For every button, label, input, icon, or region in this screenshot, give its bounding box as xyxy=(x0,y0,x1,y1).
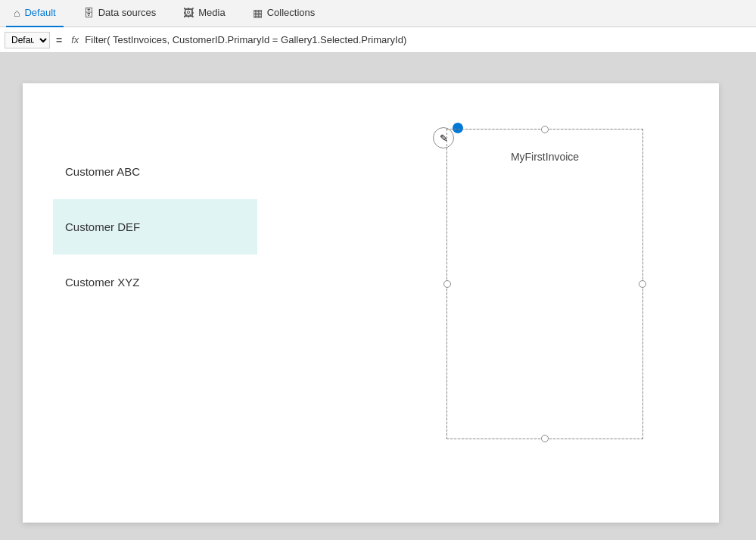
image-icon: 🖼 xyxy=(183,7,194,19)
customer-item-abc[interactable]: Customer ABC xyxy=(53,144,257,199)
edit-icon[interactable]: ✎ xyxy=(433,127,454,148)
app-canvas: Customer ABC Customer DEF Customer XYZ ✎… xyxy=(23,83,719,523)
home-icon: ⌂ xyxy=(14,7,20,19)
canvas-area: Customer ABC Customer DEF Customer XYZ ✎… xyxy=(0,53,756,540)
customer-def-label: Customer DEF xyxy=(65,220,140,233)
tab-media[interactable]: 🖼 Media xyxy=(176,0,232,27)
formula-bar: Default = fx xyxy=(0,27,756,53)
invoice-gallery[interactable]: ✎ MyFirstInvoice xyxy=(446,129,643,439)
formula-equals: = xyxy=(53,34,65,46)
formula-input[interactable] xyxy=(85,34,751,45)
invoice-item-1[interactable]: MyFirstInvoice xyxy=(446,129,643,439)
customer-abc-label: Customer ABC xyxy=(65,165,140,178)
tab-default[interactable]: ⌂ Default xyxy=(6,0,64,27)
customer-gallery: Customer ABC Customer DEF Customer XYZ xyxy=(53,144,257,310)
customer-item-xyz[interactable]: Customer XYZ xyxy=(53,254,257,310)
grid-icon: ▦ xyxy=(253,7,263,19)
invoice-label: MyFirstInvoice xyxy=(511,151,579,163)
formula-fx-label: fx xyxy=(68,34,82,45)
customer-xyz-label: Customer XYZ xyxy=(65,276,139,289)
tab-default-label: Default xyxy=(24,7,55,18)
database-icon: 🗄 xyxy=(83,7,94,19)
pencil-icon: ✎ xyxy=(440,133,448,144)
tab-data-sources-label: Data sources xyxy=(98,7,157,18)
tab-collections[interactable]: ▦ Collections xyxy=(245,0,323,27)
selection-indicator xyxy=(453,123,463,133)
customer-item-def[interactable]: Customer DEF xyxy=(53,199,257,254)
tab-collections-label: Collections xyxy=(267,7,316,18)
tab-media-label: Media xyxy=(198,7,225,18)
toolbar: ⌂ Default 🗄 Data sources 🖼 Media ▦ Colle… xyxy=(0,0,756,27)
formula-bar-dropdown[interactable]: Default xyxy=(5,32,50,48)
tab-data-sources[interactable]: 🗄 Data sources xyxy=(76,0,164,27)
